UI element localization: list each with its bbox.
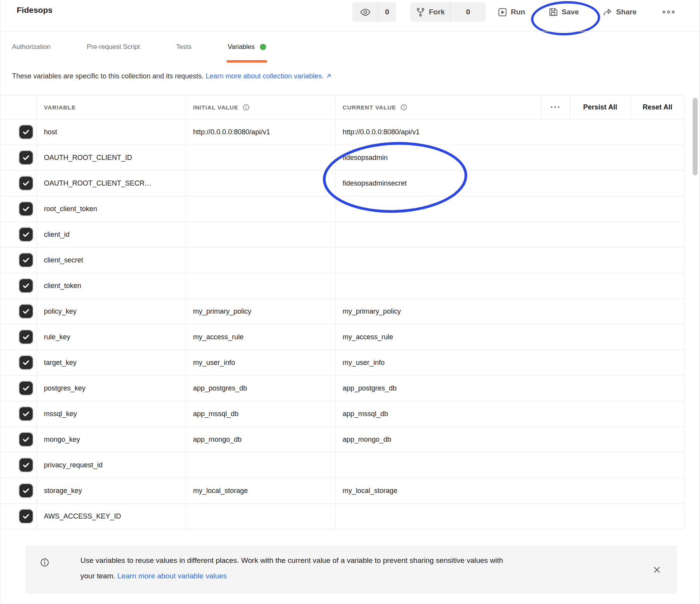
vertical-scrollbar-thumb[interactable] [693, 98, 698, 175]
row-checkbox-checked[interactable] [19, 228, 33, 241]
current-value-cell[interactable] [343, 222, 545, 247]
tab-pre-request-script[interactable]: Pre-request Script [87, 31, 140, 63]
row-checkbox-checked[interactable] [19, 510, 33, 523]
initial-value-cell[interactable] [193, 247, 329, 273]
variable-name-cell[interactable]: OAUTH_ROOT_CLIENT_SECR… [44, 170, 180, 196]
current-value-cell[interactable]: my_primary_policy [343, 299, 545, 324]
row-checkbox-checked[interactable] [19, 125, 33, 139]
tab-tests[interactable]: Tests [176, 31, 192, 63]
more-options-icon [662, 8, 676, 16]
run-button[interactable]: Run [498, 2, 525, 22]
table-border [684, 95, 684, 529]
variable-name-cell[interactable]: client_id [44, 222, 180, 247]
persist-all-button[interactable]: Persist All [569, 95, 631, 119]
info-icon[interactable] [400, 104, 407, 111]
info-icon [40, 558, 49, 567]
variable-values-link[interactable]: Learn more about variable values [117, 572, 227, 580]
row-checkbox-checked[interactable] [19, 177, 33, 190]
row-checkbox-checked[interactable] [19, 458, 33, 472]
banner-text: your team. [80, 572, 115, 580]
row-checkbox-checked[interactable] [19, 279, 33, 292]
row-checkbox-checked[interactable] [19, 382, 33, 395]
initial-value-cell[interactable] [193, 503, 329, 529]
variable-name-cell[interactable]: OAUTH_ROOT_CLIENT_ID [44, 145, 180, 170]
collection-variables-link[interactable]: Learn more about collection variables. [205, 72, 324, 80]
row-checkbox-checked[interactable] [19, 407, 33, 420]
initial-value-cell[interactable]: my_access_rule [193, 324, 329, 350]
postman-variables-page: Fidesops 0 Fork 0 [0, 0, 700, 604]
row-checkbox-checked[interactable] [19, 151, 33, 164]
row-checkbox-checked[interactable] [19, 356, 33, 369]
current-value-cell[interactable] [343, 452, 545, 478]
variable-name-cell[interactable]: postgres_key [44, 375, 180, 401]
row-checkbox-checked[interactable] [19, 433, 33, 446]
variable-name-cell[interactable]: client_token [44, 273, 180, 299]
variable-name-cell[interactable]: target_key [44, 350, 180, 375]
table-row: policy_key my_primary_policy my_primary_… [0, 299, 684, 325]
variable-name-cell[interactable]: rule_key [44, 324, 180, 350]
initial-value-cell[interactable]: my_user_info [193, 350, 329, 375]
row-checkbox-checked[interactable] [19, 202, 33, 215]
current-value-cell[interactable] [343, 247, 545, 273]
variable-name-cell[interactable]: client_secret [44, 247, 180, 273]
tab-authorization[interactable]: Authorization [12, 31, 50, 63]
row-checkbox-checked[interactable] [19, 253, 33, 267]
fork-button[interactable]: Fork [410, 2, 450, 22]
row-checkbox-checked[interactable] [19, 330, 33, 344]
share-button[interactable]: Share [602, 2, 637, 22]
column-header-initial-value: INITIAL VALUE [193, 95, 250, 119]
info-icon[interactable] [242, 104, 250, 111]
current-value-cell[interactable]: app_mongo_db [343, 427, 545, 452]
variable-name-cell[interactable]: storage_key [44, 478, 180, 503]
initial-value-cell[interactable] [193, 452, 329, 478]
initial-value-cell[interactable]: my_local_storage [193, 478, 329, 503]
run-label: Run [511, 8, 525, 16]
current-value-cell[interactable] [343, 503, 545, 529]
table-row: client_id [0, 222, 684, 248]
initial-value-cell[interactable]: app_postgres_db [193, 375, 329, 401]
row-checkbox-checked[interactable] [19, 484, 33, 497]
watch-button-group: 0 [352, 2, 396, 22]
current-value-cell[interactable]: app_mssql_db [343, 401, 545, 427]
reset-all-button[interactable]: Reset All [631, 95, 684, 119]
column-header-label: INITIAL VALUE [193, 104, 239, 111]
variable-name-cell[interactable]: root_client_token [44, 196, 180, 222]
variable-name-cell[interactable]: policy_key [44, 299, 180, 324]
current-value-cell[interactable]: http://0.0.0.0:8080/api/v1 [343, 119, 545, 145]
table-row: client_secret [0, 247, 684, 273]
run-icon [498, 7, 507, 17]
table-row: host http://0.0.0.0:8080/api/v1 http://0… [0, 119, 684, 145]
column-header-label: CURRENT VALUE [343, 104, 396, 111]
variable-name-cell[interactable]: privacy_request_id [44, 452, 180, 478]
initial-value-cell[interactable] [193, 145, 329, 170]
variable-name-cell[interactable]: host [44, 119, 180, 145]
watchers-count[interactable]: 0 [378, 2, 396, 22]
current-value-cell[interactable]: app_postgres_db [343, 375, 545, 401]
variable-name-cell[interactable]: mongo_key [44, 427, 180, 452]
fork-count[interactable]: 0 [451, 2, 486, 22]
initial-value-cell[interactable]: app_mongo_db [193, 427, 329, 452]
table-row: storage_key my_local_storage my_local_st… [0, 478, 684, 504]
initial-value-cell[interactable] [193, 196, 329, 222]
tab-variables[interactable]: Variables [228, 31, 266, 63]
current-value-cell[interactable]: my_access_rule [343, 324, 545, 350]
row-checkbox-checked[interactable] [19, 305, 33, 318]
initial-value-cell[interactable]: http://0.0.0.0:8080/api/v1 [193, 119, 329, 145]
variable-name-cell[interactable]: mssql_key [44, 401, 180, 427]
initial-value-cell[interactable] [193, 222, 329, 247]
initial-value-cell[interactable]: my_primary_policy [193, 299, 329, 324]
tab-label: Tests [176, 43, 192, 51]
initial-value-cell[interactable] [193, 273, 329, 299]
column-options-button[interactable] [541, 95, 569, 119]
variable-name-cell[interactable]: AWS_ACCESS_KEY_ID [44, 503, 180, 529]
current-value-cell[interactable]: my_local_storage [343, 478, 545, 503]
more-options-button[interactable] [662, 2, 676, 22]
share-icon [602, 7, 613, 17]
more-options-icon [550, 104, 561, 110]
initial-value-cell[interactable]: app_mssql_db [193, 401, 329, 427]
initial-value-cell[interactable] [193, 170, 329, 196]
watch-button[interactable] [352, 2, 378, 22]
current-value-cell[interactable]: my_user_info [343, 350, 545, 375]
banner-close-button[interactable] [653, 566, 661, 574]
current-value-cell[interactable] [343, 273, 545, 299]
